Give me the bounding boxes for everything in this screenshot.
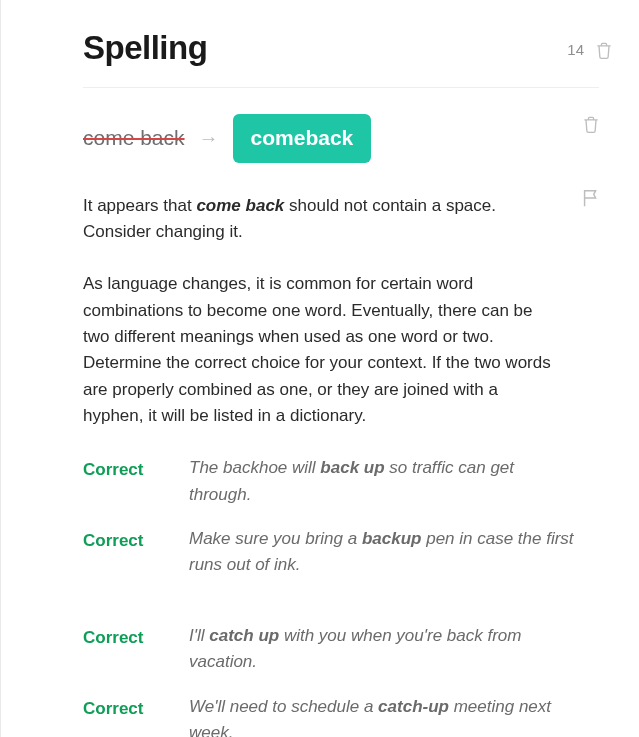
example-label: Correct xyxy=(83,455,167,508)
examples-grid: Correct The backhoe will back up so traf… xyxy=(83,455,599,737)
trash-all-icon[interactable] xyxy=(594,39,614,61)
example-label: Correct xyxy=(83,623,167,676)
example-text: I'll catch up with you when you're back … xyxy=(189,623,579,676)
issue-count: 14 xyxy=(567,38,584,61)
original-text: come back xyxy=(83,122,185,155)
example-text: Make sure you bring a backup pen in case… xyxy=(189,526,579,579)
card-title: Spelling xyxy=(83,22,519,73)
example-label: Correct xyxy=(83,526,167,579)
trash-icon[interactable] xyxy=(581,113,601,135)
correction-row: come back → comeback xyxy=(83,114,599,163)
flag-icon[interactable] xyxy=(580,187,602,209)
example-text: We'll need to schedule a catch-up meetin… xyxy=(189,694,579,738)
action-rail: 14 xyxy=(567,38,614,209)
suggestion-button[interactable]: comeback xyxy=(233,114,372,163)
explanation-1: It appears that come back should not con… xyxy=(83,193,599,246)
arrow-icon: → xyxy=(199,123,219,154)
count-row: 14 xyxy=(567,38,614,61)
spelling-card: 14 Spelling come back → comeback It appe… xyxy=(0,0,639,737)
divider xyxy=(83,87,599,88)
p1-before: It appears that xyxy=(83,196,196,215)
example-text: The backhoe will back up so traffic can … xyxy=(189,455,579,508)
example-label: Correct xyxy=(83,694,167,738)
p1-term: come back xyxy=(196,196,284,215)
explanation-2: As language changes, it is common for ce… xyxy=(83,271,599,429)
